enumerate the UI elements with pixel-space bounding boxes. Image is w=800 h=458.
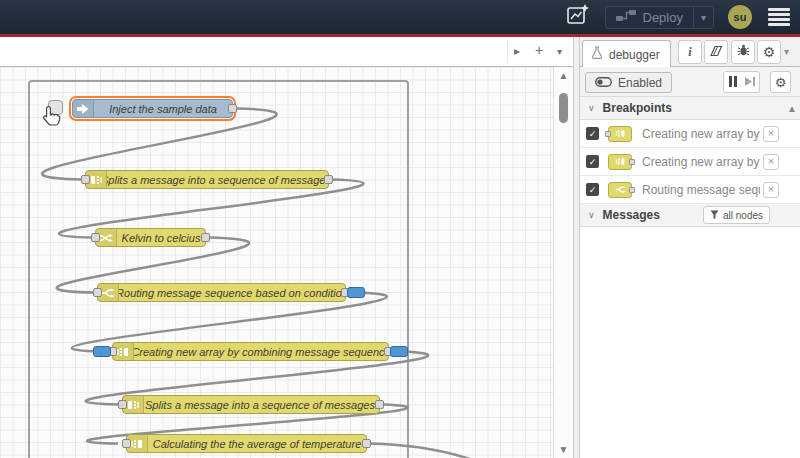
breakpoint-marker[interactable] bbox=[390, 346, 408, 357]
info-button[interactable]: i bbox=[678, 40, 702, 64]
node-label: Creating new array by combining message … bbox=[134, 343, 388, 360]
tab-debugger[interactable]: debugger bbox=[582, 40, 671, 68]
sidebar-tab-strip: debugger i ⚙ ▾ bbox=[580, 37, 800, 67]
remove-breakpoint-button[interactable]: × bbox=[763, 182, 779, 198]
breakpoint-row: ✓ Creating new array by combining messag… bbox=[580, 120, 800, 148]
node-label: Inject the sample data bbox=[94, 100, 232, 117]
sidebar-splitter[interactable] bbox=[573, 37, 580, 458]
node-join[interactable]: Calculating the the average of temperatu… bbox=[126, 434, 367, 453]
step-button[interactable] bbox=[741, 71, 760, 93]
scroll-down-button[interactable]: ▼ bbox=[554, 444, 573, 455]
node-inject[interactable]: Inject the sample data bbox=[72, 99, 233, 118]
step-icon bbox=[744, 73, 756, 91]
input-port[interactable] bbox=[91, 233, 100, 242]
workspace-grid[interactable]: Inject the sample data Splits a message … bbox=[0, 67, 553, 458]
scroll-up-button[interactable]: ▲ bbox=[554, 70, 573, 81]
hamburger-icon bbox=[768, 8, 790, 26]
debugger-toolbar: Enabled ⚙ bbox=[580, 67, 800, 97]
chevron-down-icon: ▾ bbox=[701, 12, 706, 23]
pause-button[interactable] bbox=[723, 71, 742, 93]
node-switch[interactable]: Routing message sequence based on condit… bbox=[97, 283, 346, 302]
breakpoint-marker[interactable] bbox=[93, 346, 111, 357]
message-filter-button[interactable]: all nodes bbox=[703, 206, 770, 224]
toggle-icon bbox=[595, 76, 612, 90]
breakpoint-label: Creating new array by combining message … bbox=[642, 127, 760, 141]
plus-icon: + bbox=[535, 42, 543, 58]
deploy-button[interactable]: Deploy bbox=[606, 8, 693, 26]
breakpoints-section-header[interactable]: ∨ Breakpoints bbox=[580, 97, 800, 120]
scroll-up-icon: ▲ bbox=[559, 70, 569, 81]
output-port[interactable] bbox=[228, 104, 237, 113]
gear-icon: ⚙ bbox=[763, 44, 776, 60]
funnel-icon bbox=[710, 210, 719, 221]
user-avatar[interactable]: su bbox=[728, 5, 752, 29]
input-port bbox=[605, 131, 611, 137]
chevron-down-icon: ▾ bbox=[784, 46, 789, 57]
output-port[interactable] bbox=[324, 175, 333, 184]
node-label: Splits a message into a sequence of mess… bbox=[107, 171, 328, 188]
node-split[interactable]: Splits a message into a sequence of mess… bbox=[122, 395, 380, 414]
scroll-up-icon: ▲ bbox=[787, 103, 797, 114]
enabled-label: Enabled bbox=[618, 76, 662, 90]
close-icon: × bbox=[768, 127, 774, 139]
input-port[interactable] bbox=[81, 175, 90, 184]
node-change[interactable]: Kelvin to celcius bbox=[95, 228, 206, 247]
breakpoint-row: ✓ Creating new array by combining messag… bbox=[580, 148, 800, 176]
filter-label: all nodes bbox=[723, 210, 763, 221]
input-port[interactable] bbox=[93, 288, 102, 297]
output-port[interactable] bbox=[362, 439, 371, 448]
breakpoint-label: Creating new array by combining message … bbox=[642, 155, 760, 169]
breakpoint-checkbox[interactable]: ✓ bbox=[586, 183, 599, 196]
node-label: Calculating the the average of temperatu… bbox=[148, 435, 366, 452]
join-node-icon bbox=[608, 154, 632, 170]
wire[interactable] bbox=[369, 444, 525, 458]
breakpoint-marker[interactable] bbox=[347, 287, 365, 298]
wire[interactable] bbox=[42, 109, 277, 180]
debug-sidebar: debugger i ⚙ ▾ Enabled bbox=[580, 37, 800, 458]
join-node-icon bbox=[608, 126, 632, 142]
messages-section-header[interactable]: ∨ Messages all nodes bbox=[580, 204, 800, 227]
remove-breakpoint-button[interactable]: × bbox=[763, 154, 779, 170]
tabbar-divider bbox=[507, 41, 508, 62]
switch-node-icon bbox=[608, 182, 632, 198]
check-icon: ✓ bbox=[589, 129, 597, 139]
output-port bbox=[629, 159, 635, 165]
deploy-nodes-icon bbox=[616, 8, 636, 26]
node-label: Routing message sequence based on condit… bbox=[119, 284, 345, 301]
node-label: Splits a message into a sequence of mess… bbox=[144, 396, 379, 413]
tab-scroll-right-button[interactable]: ▸ bbox=[514, 44, 520, 58]
chevron-down-icon: ∨ bbox=[588, 210, 595, 220]
chart-sparkle-icon bbox=[566, 4, 590, 30]
output-port[interactable] bbox=[201, 233, 210, 242]
debugger-settings-button[interactable]: ⚙ bbox=[770, 71, 791, 93]
breakpoints-title: Breakpoints bbox=[603, 101, 672, 115]
debugger-enabled-toggle[interactable]: Enabled bbox=[585, 72, 672, 93]
breakpoint-checkbox[interactable]: ✓ bbox=[586, 155, 599, 168]
remove-breakpoint-button[interactable]: × bbox=[763, 126, 779, 142]
input-port[interactable] bbox=[118, 400, 127, 409]
bug-icon bbox=[737, 44, 750, 60]
flow-list-button[interactable]: ▾ bbox=[557, 46, 562, 57]
settings-button[interactable]: ⚙ bbox=[757, 40, 781, 64]
output-port[interactable] bbox=[375, 400, 384, 409]
node-join[interactable]: Creating new array by combining message … bbox=[112, 342, 389, 361]
node-split[interactable]: Splits a message into a sequence of mess… bbox=[85, 170, 329, 189]
sidebar-scroll-up-button[interactable]: ▲ bbox=[787, 103, 797, 114]
sidebar-tab-menu-button[interactable]: ▾ bbox=[784, 46, 789, 57]
main-menu-button[interactable] bbox=[766, 4, 792, 30]
breakpoint-checkbox[interactable]: ✓ bbox=[586, 127, 599, 140]
messages-title: Messages bbox=[603, 208, 660, 222]
debug-button[interactable] bbox=[731, 40, 755, 64]
add-flow-button[interactable]: + bbox=[535, 42, 543, 58]
ai-assistant-button[interactable] bbox=[565, 5, 591, 29]
input-port[interactable] bbox=[122, 439, 131, 448]
gear-icon: ⚙ bbox=[775, 75, 787, 90]
deploy-button-group: Deploy ▾ bbox=[605, 6, 715, 29]
help-button[interactable] bbox=[704, 40, 728, 64]
chevron-down-icon: ▾ bbox=[557, 46, 562, 57]
pause-icon bbox=[728, 73, 738, 91]
deploy-options-button[interactable]: ▾ bbox=[694, 12, 713, 23]
scrollbar-thumb[interactable] bbox=[559, 93, 568, 123]
close-icon: × bbox=[768, 155, 774, 167]
book-icon bbox=[709, 45, 723, 60]
